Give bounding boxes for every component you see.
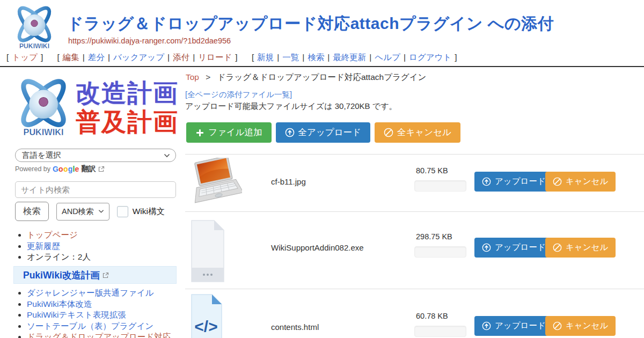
nav-item-reload[interactable]: リロード	[198, 53, 232, 62]
add-files-button[interactable]: ファイル追加	[186, 122, 272, 143]
upload-button[interactable]: アップロード	[474, 238, 553, 258]
cancel-button[interactable]: キャンセル	[545, 172, 616, 192]
bracket: [	[252, 53, 254, 62]
generic-file-icon	[191, 219, 225, 283]
sidebar-item-sort-table[interactable]: ソートテーブル（表）プラグイン	[27, 321, 153, 330]
language-select-value: 言語を選択	[22, 150, 61, 160]
wiki-syntax-label: Wiki構文	[133, 206, 165, 217]
sidebar-item-dnd-attach[interactable]: ドラッグ＆ドロップアップロード対応attachプラグイン	[27, 332, 171, 338]
navbar: [トップ] [編集|差分|バックアップ|添付|リロード] [新規|一覧|検索|最…	[4, 52, 467, 63]
chevron-down-icon	[98, 209, 104, 214]
upload-toolbar: ファイル追加 全アップロード 全キャンセル	[186, 122, 460, 143]
bracket: ]	[235, 53, 237, 62]
separator: |	[404, 53, 406, 62]
sidebar-item-text-ext[interactable]: PukiWikiテキスト表現拡張	[27, 310, 126, 319]
html-code-file-icon: </>	[191, 293, 223, 338]
separator: |	[108, 53, 110, 62]
nav-group-page: [編集|差分|バックアップ|添付|リロード]	[55, 53, 240, 62]
chevron-down-icon	[164, 153, 170, 158]
language-select[interactable]: 言語を選択	[15, 149, 176, 162]
sidebar-item-common-files[interactable]: ダジャレンジャー版共通ファイル	[27, 288, 154, 297]
nav-item-top[interactable]: トップ	[12, 53, 38, 62]
search-controls: 検索 AND検索 Wiki構文	[15, 202, 165, 221]
sidebar-bottom-links: ダジャレンジャー版共通ファイル PukiWiki本体改造 PukiWikiテキス…	[17, 288, 188, 338]
google-translate-attribution: Powered by Google 翻訳	[15, 164, 105, 174]
sidebar-top-links: トップページ 更新履歴 オンライン：2人	[17, 230, 188, 263]
cancel-button[interactable]: キャンセル	[545, 238, 616, 258]
sidebar-logo: PUKIWIKI 改造計画 普及計画	[13, 74, 177, 141]
list-item: ドラッグ＆ドロップアップロード対応attachプラグイン	[27, 332, 188, 338]
nav-group-top: [トップ]	[4, 53, 45, 62]
powered-by-label: Powered by	[15, 165, 50, 173]
separator: |	[302, 53, 304, 62]
all-attachments-link[interactable]: [全ページの添付ファイル一覧]	[185, 90, 292, 100]
page-url-link[interactable]: https://pukiwiki.dajya-ranger.com/?1bd2d…	[68, 36, 231, 45]
sidebar-section-header: PukiWiki改造計画	[13, 266, 177, 284]
upload-circle-icon	[482, 177, 491, 186]
banner-line2: 普及計画	[76, 107, 179, 136]
bracket: ]	[455, 53, 457, 62]
banner-line1: 改造計画	[76, 78, 179, 107]
nav-item-backup[interactable]: バックアップ	[113, 53, 164, 62]
separator: |	[369, 53, 371, 62]
ban-icon	[384, 128, 393, 137]
pukiwiki-atom-logo: PUKIWIKI	[12, 2, 57, 53]
separator: |	[167, 53, 170, 62]
breadcrumb-separator: >	[206, 72, 210, 82]
breadcrumb-home[interactable]: Top	[186, 72, 199, 82]
site-search-input[interactable]	[15, 181, 176, 198]
ban-icon	[553, 243, 562, 252]
file-row: </> contents.html 60.78 KB アップロード キャンセル	[185, 289, 644, 338]
file-name: WikiSupportAddin082.exe	[271, 243, 364, 252]
sidebar-item-history[interactable]: 更新履歴	[27, 241, 60, 251]
file-name: cf-b11.jpg	[271, 177, 306, 186]
nav-item-list[interactable]: 一覧	[282, 53, 299, 62]
upload-button[interactable]: アップロード	[474, 316, 553, 336]
pukiwiki-atom-logo: PUKIWIKI	[13, 74, 74, 141]
banner-text: 改造計画 普及計画	[76, 78, 179, 137]
bracket: [	[57, 53, 60, 62]
separator: |	[277, 53, 279, 62]
nav-item-diff[interactable]: 差分	[88, 53, 105, 62]
search-mode-select[interactable]: AND検索	[56, 203, 109, 221]
list-item: ダジャレンジャー版共通ファイル	[27, 288, 188, 299]
bracket: ]	[41, 53, 43, 62]
nav-item-new[interactable]: 新規	[257, 53, 274, 62]
separator: |	[83, 53, 85, 62]
nav-item-search[interactable]: 検索	[308, 53, 324, 62]
nav-group-site: [新規|一覧|検索|最終更新|ヘルプ|ログアウト]	[250, 53, 459, 62]
list-item: PukiWiki本体改造	[27, 299, 188, 310]
cancel-all-button[interactable]: 全キャンセル	[375, 122, 460, 143]
upload-button[interactable]: アップロード	[474, 172, 553, 192]
sidebar-item-toppage[interactable]: トップページ	[27, 230, 78, 239]
nav-item-recent[interactable]: 最終更新	[333, 53, 366, 62]
upload-circle-icon	[482, 243, 491, 252]
progress-bar	[414, 326, 466, 337]
list-item: オンライン：2人	[27, 252, 188, 263]
list-item: 更新履歴	[27, 241, 188, 252]
nav-item-logout[interactable]: ログアウト	[409, 53, 451, 62]
search-button[interactable]: 検索	[15, 202, 49, 221]
file-size: 80.75 KB	[416, 166, 448, 175]
upload-all-button[interactable]: 全アップロード	[276, 122, 370, 143]
translate-link[interactable]: 翻訳	[82, 164, 96, 174]
cancel-button[interactable]: キャンセル	[545, 316, 616, 336]
page-title: ドラッグ＆ドロップアップロード対応attachプラグイン への添付	[67, 13, 554, 35]
sidebar-item-core-mod[interactable]: PukiWiki本体改造	[27, 299, 92, 308]
max-upload-size-text: アップロード可能最大ファイルサイズは 30,720KB です。	[185, 101, 397, 112]
nav-item-attach[interactable]: 添付	[173, 53, 189, 62]
nav-item-help[interactable]: ヘルプ	[375, 53, 400, 62]
online-count: オンライン：2人	[27, 252, 91, 261]
file-name: contents.html	[271, 322, 319, 332]
upload-circle-icon	[285, 128, 295, 137]
section-title-link[interactable]: PukiWiki改造計画	[23, 269, 100, 282]
progress-bar	[414, 246, 466, 258]
search-mode-value: AND検索	[62, 207, 94, 217]
wiki-syntax-checkbox[interactable]	[117, 206, 128, 217]
file-row: WikiSupportAddin082.exe 298.75 KB アップロード…	[185, 211, 644, 289]
header-divider	[0, 66, 644, 67]
upload-circle-icon	[482, 321, 491, 330]
nav-item-edit[interactable]: 編集	[63, 53, 79, 62]
breadcrumb: Top > ドラッグ＆ドロップアップロード対応attachプラグイン	[186, 72, 426, 83]
separator: |	[327, 53, 330, 62]
